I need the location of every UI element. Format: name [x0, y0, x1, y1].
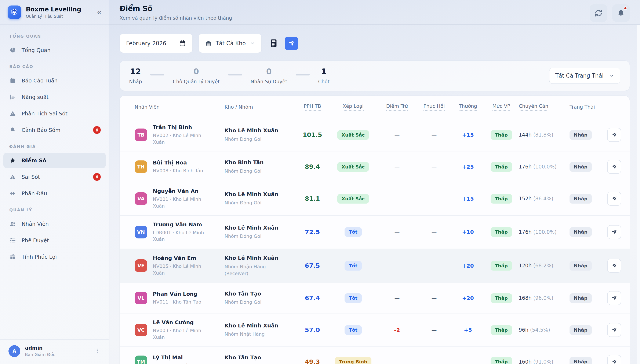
sidebar-item-tong-quan[interactable]: Tổng Quan [4, 42, 106, 58]
warehouse-name: Kho Bình Tân [225, 159, 281, 166]
stat-separator [150, 74, 164, 76]
action-cell [604, 291, 621, 305]
col-header-recovery[interactable]: Phục Hồi [416, 103, 452, 111]
deduction-value: — [378, 359, 416, 364]
col-header-rating[interactable]: Xếp Loại [328, 103, 378, 111]
submit-row-button[interactable] [607, 291, 621, 305]
warehouse-name: Kho Lê Minh Xuân [225, 224, 281, 232]
sidebar-item-tinh-phuc-loi[interactable]: Tính Phúc Lợi [4, 249, 106, 265]
table-row[interactable]: TH Bùi Thị Hoa NV008 · Kho Bình Tân Kho … [120, 152, 630, 182]
checklist-icon [9, 237, 16, 244]
user-menu-button[interactable] [93, 346, 102, 356]
chevron-down-icon [250, 41, 255, 46]
violation-level-cell: Thấp [484, 325, 519, 335]
calendar-icon [179, 40, 186, 47]
warehouse-group-cell: Kho Lê Minh Xuân Nhóm Nhận Hàng (Receive… [225, 255, 281, 277]
group-name: Nhóm Đóng Gói [225, 168, 281, 174]
nav-section-management: QUẢN LÝ [0, 202, 109, 215]
sidebar-item-sai-sot[interactable]: Sai Sót 6 [4, 169, 106, 185]
send-all-button[interactable] [285, 37, 298, 50]
status-cell: Nháp [569, 162, 604, 172]
pph-value: 81.1 [297, 195, 328, 202]
page-header-titles: Điểm Số Xem và quản lý điểm số nhân viên… [120, 4, 232, 21]
violation-level-badge: Thấp [491, 162, 512, 172]
status-cell: Nháp [569, 261, 604, 270]
status-cell: Nháp [569, 294, 604, 303]
table-row[interactable]: TB Trần Thị Bình NV002 · Kho Lê Minh Xuâ… [120, 118, 630, 152]
sidebar: Boxme Levelling Quản Lý Hiệu Suất « TỔNG… [0, 0, 109, 364]
col-header-attendance[interactable]: Chuyên Cần [519, 103, 569, 111]
table-row[interactable]: VL Phan Văn Long NV011 · Kho Tân Tạo Kho… [120, 283, 630, 313]
rating-cell: Tốt [328, 294, 378, 303]
notifications-button[interactable] [612, 4, 630, 22]
rating-badge: Xuất Sắc [337, 162, 369, 172]
attendance-cell: 152h (86.4%) [519, 195, 569, 202]
rating-cell: Xuất Sắc [328, 162, 378, 172]
submit-row-button[interactable] [607, 225, 621, 239]
group-name: Nhóm Đóng Gói [225, 136, 281, 143]
paper-plane-icon [611, 229, 617, 235]
rating-badge: Xuất Sắc [337, 194, 369, 204]
sidebar-item-nhan-vien[interactable]: Nhân Viên [4, 216, 106, 232]
attendance-hours: 176h [519, 164, 532, 170]
gift-icon [9, 254, 16, 260]
attendance-percent: (86.4%) [533, 196, 553, 202]
submit-row-button[interactable] [607, 192, 621, 206]
month-picker[interactable]: February 2026 [120, 34, 192, 53]
employee-cell: VN Trương Văn Nam LDR001 · Kho Lê Minh X… [135, 222, 225, 243]
table-row[interactable]: VA Nguyễn Văn An NV001 · Kho Lê Minh Xuâ… [120, 182, 630, 216]
action-cell [604, 128, 621, 142]
main-area: Điểm Số Xem và quản lý điểm số nhân viên… [109, 0, 640, 364]
page-content: February 2026 Tất Cả Kho 12 Nháp [109, 24, 640, 364]
attendance-cell: 160h (91.0%) [519, 358, 569, 364]
deduction-value: — [378, 263, 416, 269]
sidebar-item-bao-cao-tuan[interactable]: Báo Cáo Tuần [4, 73, 106, 88]
warehouse-filter[interactable]: Tất Cả Kho [198, 34, 262, 53]
paper-plane-icon [288, 40, 295, 47]
employee-avatar: TH [135, 160, 147, 173]
rating-cell: Tốt [328, 325, 378, 335]
status-filter-dropdown[interactable]: Tất Cả Trạng Thái [549, 68, 620, 84]
employee-avatar: VE [135, 259, 147, 272]
sidebar-item-phan-tich-sai-sot[interactable]: Phân Tích Sai Sót [4, 106, 106, 121]
table-row[interactable]: TM Lý Thị Mai NV012 · Kho Tân Tạo Kho Tâ… [120, 346, 630, 364]
table-row[interactable]: VN Trương Văn Nam LDR001 · Kho Lê Minh X… [120, 216, 630, 249]
submit-row-button[interactable] [607, 259, 621, 273]
scrollbar-track[interactable] [636, 25, 640, 364]
sidebar-item-label: Phân Tích Sai Sót [22, 110, 68, 117]
table-row[interactable]: VC Lê Văn Cường NV003 · Kho Lê Minh Xuân… [120, 313, 630, 347]
employee-cell: VL Phan Văn Long NV011 · Kho Tân Tạo [135, 291, 225, 306]
employee-cell: VE Hoàng Văn Em NV005 · Kho Lê Minh Xuân [135, 255, 225, 276]
paper-plane-icon [611, 164, 617, 170]
warehouse-name: Kho Tân Tạo [225, 290, 281, 298]
col-header-deduction[interactable]: Điểm Trừ [378, 103, 416, 111]
col-header-pph[interactable]: PPH TB [297, 103, 328, 111]
sidebar-item-phan-dau[interactable]: Phấn Đấu [4, 186, 106, 201]
attendance-cell: 96h (54.5%) [519, 326, 569, 334]
calculator-icon[interactable] [269, 38, 279, 48]
attendance-cell: 176h (100.0%) [519, 163, 569, 170]
col-header-bonus[interactable]: Thưởng [452, 103, 484, 111]
submit-row-button[interactable] [607, 355, 621, 364]
sidebar-item-canh-bao-som[interactable]: Cảnh Báo Sớm 6 [4, 122, 106, 138]
employee-code: NV012 · Kho Tân Tạo [153, 362, 201, 364]
submit-row-button[interactable] [607, 128, 621, 142]
bonus-value: +20 [452, 263, 484, 269]
submit-row-button[interactable] [607, 160, 621, 174]
attendance-cell: 120h (68.2%) [519, 262, 569, 270]
status-cell: Nháp [569, 357, 604, 364]
submit-row-button[interactable] [607, 323, 621, 337]
refresh-button[interactable] [590, 4, 607, 22]
col-header-violation-level[interactable]: Mức VP [484, 103, 519, 111]
employee-code: NV011 · Kho Tân Tạo [153, 299, 201, 306]
table-row[interactable]: VE Hoàng Văn Em NV005 · Kho Lê Minh Xuân… [120, 248, 630, 282]
bonus-value: +25 [452, 164, 484, 170]
nav-section-reports: BÁO CÁO [0, 59, 109, 72]
sidebar-item-phe-duyet[interactable]: Phê Duyệt [4, 232, 106, 248]
sidebar-item-diem-so[interactable]: Điểm Số [4, 152, 106, 168]
sidebar-item-nang-suat[interactable]: Năng suất [4, 89, 106, 105]
status-badge: Nháp [569, 130, 592, 140]
sidebar-collapse-button[interactable]: « [96, 8, 103, 16]
stat-final: 1 Chốt [318, 67, 330, 84]
app-name: Boxme Levelling [26, 6, 96, 13]
